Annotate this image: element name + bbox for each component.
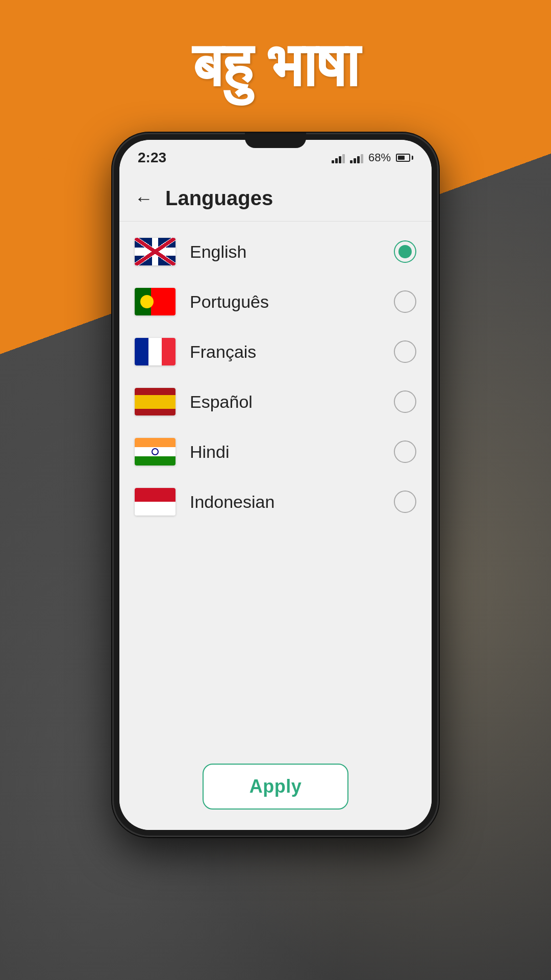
phone-notch [245,133,306,148]
flag-in-wheel [152,448,159,455]
language-list-inner: English Portuguê [119,222,432,532]
app-title: Languages [165,187,273,210]
flag-in-orange [135,438,176,447]
language-name-indonesian: Indonesian [190,492,380,512]
phone-wrapper: 2:23 68% [112,133,439,837]
bar4 [342,154,345,163]
app-header: ← Languages [119,176,432,222]
flag-uk-graphic [135,238,176,265]
phone-frame: 2:23 68% [112,133,439,837]
list-item[interactable]: Français [119,327,432,377]
phone-screen: 2:23 68% [119,140,432,830]
flag-es-graphic [135,388,176,415]
language-list: English Portuguê [119,222,432,743]
bar2b [354,158,356,163]
language-name-portuguese: Português [190,292,380,312]
list-item[interactable]: Indonesian [119,477,432,527]
flag-es-yellow [135,395,176,409]
flag-uk [135,238,176,265]
list-item[interactable]: Hindi [119,427,432,477]
battery-fill [398,156,405,160]
page-title: बहु भाषा [192,31,359,102]
flag-pt-graphic [135,288,176,315]
language-name-hindi: Hindi [190,442,380,462]
flag-id-graphic [135,488,176,516]
flag-fr-blue [135,338,148,365]
flag-es [135,388,176,415]
back-button[interactable]: ← [135,188,153,209]
language-name-french: Français [190,342,380,362]
radio-hindi[interactable] [394,440,416,463]
screen-content: ← Languages English [119,176,432,830]
signal-bars-2 [350,152,363,163]
flag-pt [135,288,176,315]
flag-fr-red [162,338,176,365]
battery-body [396,154,410,162]
bar3 [339,156,341,163]
bar4b [361,154,363,163]
battery-tip [412,156,413,160]
flag-in-green [135,456,176,465]
list-item[interactable]: Español [119,377,432,427]
list-item[interactable]: Português [119,277,432,327]
bar1 [332,160,334,163]
status-icons: 68% [332,151,413,164]
language-name-english: English [190,242,380,262]
radio-indonesian[interactable] [394,491,416,513]
battery-icon [396,154,413,162]
flag-id [135,488,176,516]
apply-section: Apply [119,743,432,830]
battery-percent: 68% [368,151,391,164]
bar3b [357,156,360,163]
flag-fr-white [148,338,162,365]
radio-spanish[interactable] [394,390,416,413]
flag-fr [135,338,176,365]
bar2 [335,158,338,163]
signal-bars-1 [332,152,345,163]
bar1b [350,160,353,163]
status-time: 2:23 [138,150,166,166]
flag-id-white [135,502,176,516]
flag-fr-graphic [135,338,176,365]
flag-in [135,438,176,465]
radio-english[interactable] [394,240,416,263]
flag-in-graphic [135,438,176,465]
flag-id-red [135,488,176,502]
flag-in-white [135,447,176,456]
apply-button[interactable]: Apply [203,764,349,810]
radio-portuguese[interactable] [394,290,416,313]
flag-es-red-top [135,388,176,395]
flag-pt-circle [140,295,154,308]
language-name-spanish: Español [190,392,380,412]
radio-inner-english [398,245,412,258]
radio-french[interactable] [394,340,416,363]
list-item[interactable]: English [119,227,432,277]
flag-es-red-bot [135,409,176,416]
